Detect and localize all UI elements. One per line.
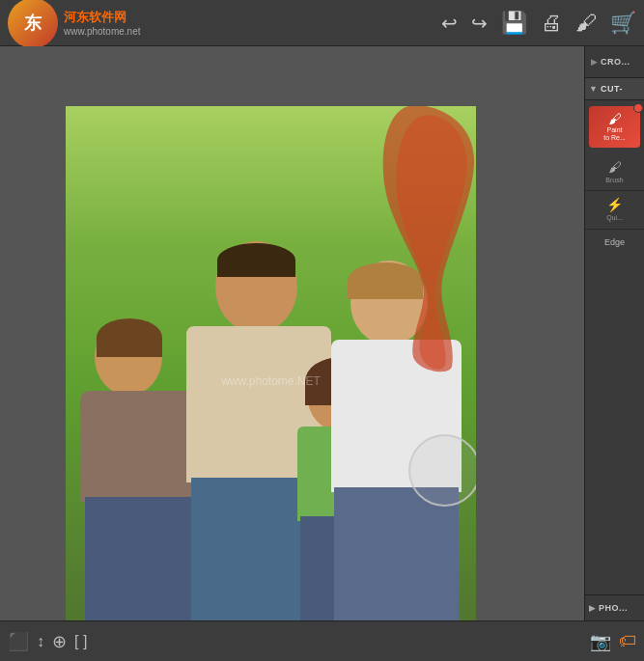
paint-btn-line1: Paint <box>592 126 637 134</box>
paint-btn-badge <box>633 103 643 113</box>
brush-label: Brush <box>605 177 623 184</box>
paint-btn-line2: to Re... <box>592 134 637 142</box>
photo-label: PHO... <box>599 603 628 613</box>
cart-button[interactable]: 🛒 <box>610 11 636 36</box>
zoom-button[interactable]: ↕ <box>37 633 44 650</box>
cutout-section: ▼ CUT- 🖌 Paint to Re... 🖌 Brush ⚡ Qui... <box>585 78 644 594</box>
photo-chevron: ▶ <box>589 603 596 613</box>
paint-overlay <box>370 106 476 376</box>
print-button[interactable]: 🖨 <box>541 11 562 36</box>
redo-button[interactable]: ↪ <box>471 12 488 35</box>
crop-section: ▶ CRO... <box>585 46 644 78</box>
top-toolbar: 东 河东软件网 www.photome.net ↩ ↪ 💾 🖨 🖌 🛒 <box>0 0 644 46</box>
cutout-chevron: ▼ <box>589 84 598 94</box>
crop-chevron: ▶ <box>591 57 598 67</box>
bottom-right-tools: 📷 🏷 <box>590 631 636 652</box>
quick-label: Qui... <box>606 214 623 222</box>
logo-icon: 东 <box>8 0 58 48</box>
bottom-left-tools: ⬛ ↕ ⊕ [ ] <box>8 631 87 652</box>
add-button[interactable]: ⊕ <box>52 631 67 652</box>
bottom-toolbar: ⬛ ↕ ⊕ [ ] 📷 🏷 <box>0 620 644 661</box>
brush-button[interactable]: 🖌 <box>575 11 597 36</box>
toolbar-icons: ↩ ↪ 💾 🖨 🖌 🛒 <box>441 11 636 36</box>
cutout-label: CUT- <box>601 84 623 94</box>
canvas-area[interactable]: www.photome.NET <box>0 46 584 620</box>
logo-area: 东 河东软件网 www.photome.net <box>8 0 141 48</box>
crop-label: CRO... <box>601 57 630 67</box>
main-content: www.photome.NET ▶ CRO... ▼ CUT- 🖌 Paint … <box>0 46 644 620</box>
brush-icon: 🖌 <box>608 159 622 175</box>
quick-icon: ⚡ <box>606 197 623 212</box>
quick-tool[interactable]: ⚡ Qui... <box>585 191 644 229</box>
photo-section[interactable]: ▶ PHO... <box>585 594 644 620</box>
logo-symbol: 东 <box>24 12 42 35</box>
logo-text: 河东软件网 www.photome.net <box>64 9 141 37</box>
right-panel: ▶ CRO... ▼ CUT- 🖌 Paint to Re... 🖌 Brush <box>584 46 644 620</box>
edge-tool[interactable]: Edge <box>585 230 644 255</box>
camera-button[interactable]: 📷 <box>590 631 611 652</box>
logo-line2: www.photome.net <box>64 26 141 37</box>
logo-line1: 河东软件网 <box>64 9 141 26</box>
edge-label: Edge <box>604 237 625 247</box>
undo-button[interactable]: ↩ <box>441 12 458 35</box>
save-button[interactable]: 💾 <box>501 11 527 36</box>
select-tool-button[interactable]: ⬛ <box>8 631 29 652</box>
paint-icon: 🖌 <box>592 111 637 126</box>
tag-button[interactable]: 🏷 <box>619 631 636 651</box>
photo-container: www.photome.NET <box>66 106 476 620</box>
paint-to-remove-button[interactable]: 🖌 Paint to Re... <box>589 106 640 148</box>
crop-tool-button[interactable]: [ ] <box>74 633 87 650</box>
brush-tool[interactable]: 🖌 Brush <box>585 153 644 191</box>
cutout-header[interactable]: ▼ CUT- <box>585 78 644 100</box>
crop-section-header[interactable]: ▶ CRO... <box>585 46 644 77</box>
